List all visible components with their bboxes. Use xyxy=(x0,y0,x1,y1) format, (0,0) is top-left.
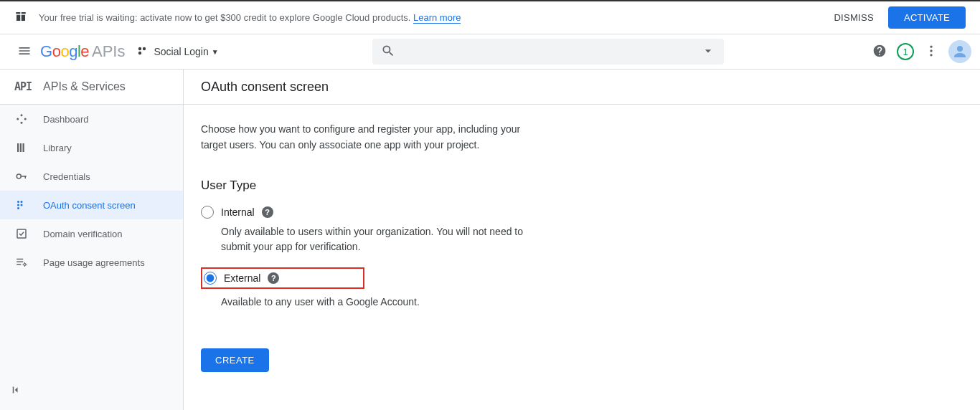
sidebar-item-label: Page usage agreements xyxy=(43,257,145,268)
credentials-icon xyxy=(14,170,29,183)
collapse-sidebar-icon[interactable] xyxy=(10,383,23,399)
dropdown-arrow-icon: ▼ xyxy=(212,48,219,56)
svg-point-8 xyxy=(930,49,932,52)
header-right: 1 xyxy=(872,40,971,63)
svg-point-6 xyxy=(138,51,141,54)
svg-point-12 xyxy=(17,118,19,120)
google-logo-text: Google xyxy=(40,42,89,61)
option-external-label: External xyxy=(224,272,260,284)
svg-rect-26 xyxy=(17,229,26,238)
svg-point-25 xyxy=(17,207,19,209)
search-box[interactable] xyxy=(372,39,724,65)
svg-rect-27 xyxy=(17,259,23,260)
sidebar-item-label: Credentials xyxy=(43,171,90,182)
gift-icon xyxy=(14,10,27,25)
sidebar-nav: Dashboard Library Credentials OAuth cons… xyxy=(0,105,183,410)
sidebar-item-credentials[interactable]: Credentials xyxy=(0,162,183,191)
dashboard-icon xyxy=(14,113,29,125)
option-internal-desc: Only available to users within your orga… xyxy=(221,224,544,254)
sidebar-item-label: OAuth consent screen xyxy=(43,200,136,211)
svg-point-30 xyxy=(24,264,26,266)
top-header: Google APIs Social Login ▼ 1 xyxy=(0,34,980,70)
help-icon[interactable]: ? xyxy=(268,272,279,284)
option-internal-row: Internal ? xyxy=(201,206,683,219)
apis-label: APIs xyxy=(92,42,125,61)
sidebar-item-library[interactable]: Library xyxy=(0,133,183,162)
project-name: Social Login xyxy=(154,46,208,57)
trial-message: Your free trial is waiting: activate now… xyxy=(39,12,413,23)
api-badge: API xyxy=(14,80,32,93)
sidebar-item-label: Domain verification xyxy=(43,229,123,239)
library-icon xyxy=(14,141,29,154)
option-external-desc: Available to any user with a Google Acco… xyxy=(221,295,544,310)
sidebar-title: APIs & Services xyxy=(43,80,126,93)
learn-more-link[interactable]: Learn more xyxy=(413,12,461,24)
page-title: OAuth consent screen xyxy=(184,70,980,105)
svg-rect-16 xyxy=(20,143,22,152)
content: OAuth consent screen Choose how you want… xyxy=(184,70,980,410)
help-icon[interactable]: ? xyxy=(262,206,273,218)
svg-point-18 xyxy=(17,174,21,178)
sidebar-item-page-usage[interactable]: Page usage agreements xyxy=(0,248,183,277)
svg-point-5 xyxy=(143,47,146,49)
section-title: User Type xyxy=(201,178,683,193)
create-button[interactable]: CREATE xyxy=(201,348,269,372)
svg-rect-3 xyxy=(22,15,25,21)
svg-rect-15 xyxy=(17,143,19,152)
search-dropdown-icon[interactable] xyxy=(701,44,715,60)
body-row: API APIs & Services Dashboard Library Cr… xyxy=(0,70,980,410)
sidebar-item-dashboard[interactable]: Dashboard xyxy=(0,105,183,133)
sidebar: API APIs & Services Dashboard Library Cr… xyxy=(0,70,184,410)
svg-point-11 xyxy=(21,114,23,116)
svg-rect-31 xyxy=(13,387,14,394)
project-dots-icon xyxy=(136,45,148,59)
sidebar-item-label: Library xyxy=(43,143,72,153)
help-icon[interactable] xyxy=(872,44,887,60)
project-selector[interactable]: Social Login ▼ xyxy=(133,42,221,62)
svg-rect-28 xyxy=(17,262,23,263)
search-icon xyxy=(381,44,395,60)
trial-banner: Your free trial is waiting: activate now… xyxy=(0,0,980,34)
svg-rect-29 xyxy=(17,264,21,265)
oauth-icon xyxy=(14,199,29,211)
svg-point-10 xyxy=(957,46,963,52)
svg-point-14 xyxy=(21,122,23,124)
sidebar-item-label: Dashboard xyxy=(43,114,89,125)
option-external: External ? Available to any user with a … xyxy=(201,267,683,310)
option-external-row: External ? xyxy=(204,272,360,285)
more-vert-icon[interactable] xyxy=(924,44,938,60)
page-description: Choose how you want to configure and reg… xyxy=(201,122,545,153)
option-internal: Internal ? Only available to users withi… xyxy=(201,206,683,254)
avatar[interactable] xyxy=(948,40,971,63)
svg-point-7 xyxy=(930,45,932,47)
hamburger-menu-icon[interactable] xyxy=(11,38,37,66)
content-body: Choose how you want to configure and reg… xyxy=(184,105,700,389)
svg-point-24 xyxy=(21,204,23,206)
external-highlight: External ? xyxy=(201,267,364,289)
dismiss-button[interactable]: DISMISS xyxy=(834,12,874,23)
activate-button[interactable]: ACTIVATE xyxy=(888,6,966,29)
svg-point-21 xyxy=(17,201,19,203)
svg-point-23 xyxy=(17,204,19,206)
svg-rect-17 xyxy=(23,143,24,152)
svg-point-9 xyxy=(930,54,932,56)
page-usage-icon xyxy=(14,256,29,269)
sidebar-item-domain-verification[interactable]: Domain verification xyxy=(0,219,183,248)
svg-rect-20 xyxy=(25,176,27,178)
svg-rect-0 xyxy=(16,12,20,14)
trial-text: Your free trial is waiting: activate now… xyxy=(39,12,834,23)
svg-rect-1 xyxy=(22,12,26,14)
radio-external[interactable] xyxy=(204,272,217,285)
svg-point-4 xyxy=(138,47,141,49)
sidebar-item-oauth-consent[interactable]: OAuth consent screen xyxy=(0,191,183,219)
svg-rect-2 xyxy=(17,15,20,21)
trial-counter[interactable]: 1 xyxy=(897,43,914,60)
option-internal-label: Internal xyxy=(221,206,255,218)
google-apis-logo[interactable]: Google APIs xyxy=(40,42,125,61)
search-input[interactable] xyxy=(401,46,701,58)
svg-point-13 xyxy=(24,118,27,120)
svg-point-22 xyxy=(21,201,23,203)
radio-internal[interactable] xyxy=(201,206,214,219)
domain-icon xyxy=(14,227,29,240)
sidebar-header: API APIs & Services xyxy=(0,70,183,105)
